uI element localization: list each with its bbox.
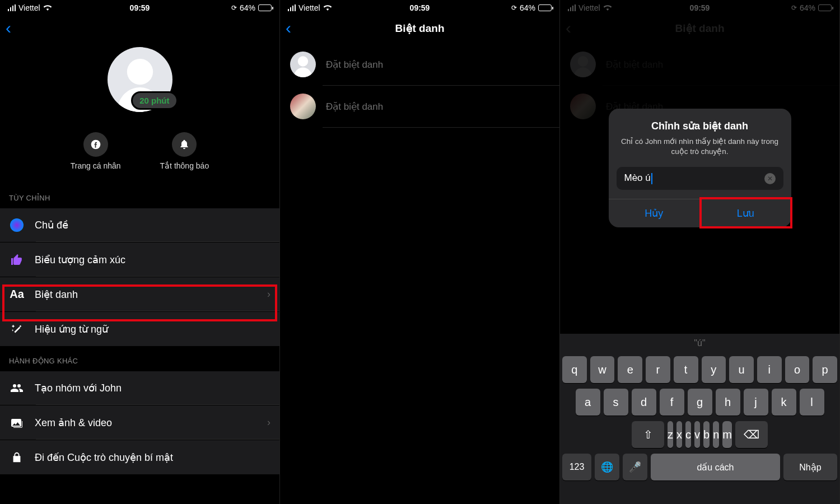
people-icon [9,381,25,395]
nickname-row[interactable]: Đặt biệt danh [560,44,839,85]
battery-pct: 64% [800,3,815,12]
wand-icon [9,323,25,335]
key-w[interactable]: w [590,356,615,383]
key-d[interactable]: d [632,389,656,416]
signal-icon [8,4,16,11]
battery-icon [538,4,552,11]
mute-action[interactable]: Tắt thông báo [160,132,209,170]
key-b[interactable]: b [703,421,710,448]
nickname-input[interactable]: Mèo ú [617,167,783,190]
clock: 09:59 [690,3,710,12]
keyboard-row-3: ⇧ zxcvbnm ⌫ [562,421,837,448]
key-p[interactable]: p [813,356,837,383]
key-m[interactable]: m [722,421,732,448]
row-create-group-label: Tạo nhóm với John [35,382,270,394]
nickname-row[interactable]: Đặt biệt danh [280,44,559,85]
avatar-photo [290,94,316,119]
dialog-subtitle: Chỉ có John mới nhìn thấy biệt danh này … [619,137,781,157]
carrier-label: Viettel [18,3,40,12]
space-key[interactable]: dấu cách [651,454,780,480]
keyboard-suggestion[interactable]: "ú" [562,337,837,351]
key-n[interactable]: n [713,421,719,448]
back-button[interactable]: ‹ [280,20,297,36]
back-button[interactable]: ‹ [560,20,577,36]
backspace-key[interactable]: ⌫ [735,421,768,448]
key-t[interactable]: t [674,356,698,383]
row-emoji-label: Biểu tượng cảm xúc [35,254,270,266]
avatar-photo [570,94,596,119]
battery-icon [818,4,832,11]
section-more-header: HÀNH ĐỘNG KHÁC [0,347,279,371]
profile-action[interactable]: Trang cá nhân [71,132,121,170]
save-button[interactable]: Lưu [700,199,791,227]
globe-key[interactable]: 🌐 [595,454,619,480]
enter-key[interactable]: Nhập [783,454,837,480]
rotation-lock-icon: ⟳ [791,4,797,12]
nickname-input-value: Mèo ú [624,172,651,183]
ios-keyboard[interactable]: "ú" qwertyuiop asdfghjkl ⇧ zxcvbnm ⌫ 123… [560,334,839,504]
nav-bar: ‹ Biệt danh [560,16,839,40]
section-customize-header: TÙY CHỈNH [0,184,279,208]
status-bar: Viettel 09:59 ⟳ 64% [280,0,559,16]
nickname-row[interactable]: Đặt biệt danh [280,86,559,127]
key-v[interactable]: v [694,421,700,448]
key-a[interactable]: a [576,389,600,416]
key-h[interactable]: h [716,389,740,416]
key-s[interactable]: s [604,389,628,416]
aa-icon: Aa [9,288,25,301]
svg-point-1 [298,56,308,66]
page-title: Biệt danh [675,22,725,35]
key-e[interactable]: e [618,356,642,383]
row-view-media-label: Xem ảnh & video [35,417,257,429]
back-button[interactable]: ‹ [0,20,17,36]
shift-key[interactable]: ⇧ [632,421,664,448]
facebook-icon [83,132,108,157]
key-u[interactable]: u [729,356,754,383]
key-c[interactable]: c [685,421,691,448]
key-k[interactable]: k [772,389,796,416]
row-word-effects[interactable]: Hiệu ứng từ ngữ [0,312,279,347]
row-nickname[interactable]: Aa Biệt danh › [0,277,279,312]
key-l[interactable]: l [800,389,824,416]
rotation-lock-icon: ⟳ [231,4,237,12]
svg-point-2 [578,56,588,66]
row-create-group[interactable]: Tạo nhóm với John [0,371,279,405]
chevron-right-icon: › [267,417,270,428]
rotation-lock-icon: ⟳ [511,4,517,12]
wifi-icon [323,3,332,12]
bell-icon [172,132,197,157]
key-y[interactable]: y [702,356,726,383]
status-bar: Viettel 09:59 ⟳ 64% [560,0,839,16]
key-q[interactable]: q [562,356,587,383]
nickname-placeholder: Đặt biệt danh [606,59,663,71]
key-g[interactable]: g [688,389,712,416]
key-j[interactable]: j [744,389,768,416]
row-view-media[interactable]: Xem ảnh & video › [0,405,279,440]
row-secret-label: Đi đến Cuộc trò chuyện bí mật [35,451,270,464]
key-x[interactable]: x [676,421,682,448]
row-secret-conversation[interactable]: Đi đến Cuộc trò chuyện bí mật [0,440,279,475]
mic-key[interactable]: 🎤 [623,454,647,480]
row-theme-label: Chủ đề [35,219,270,231]
screen-edit-nickname: Viettel 09:59 ⟳ 64% ‹ Biệt danh Đặt biệt… [560,0,840,504]
avatar-icon [570,52,596,77]
row-emoji[interactable]: Biểu tượng cảm xúc [0,242,279,277]
key-f[interactable]: f [660,389,684,416]
edit-nickname-dialog: Chỉnh sửa biệt danh Chỉ có John mới nhìn… [609,109,791,227]
keyboard-row-1: qwertyuiop [562,356,837,383]
nickname-list: Đặt biệt danh Đặt biệt danh [280,40,559,128]
nickname-placeholder: Đặt biệt danh [326,59,383,71]
more-actions-list: Tạo nhóm với John Xem ảnh & video › Đi đ… [0,371,279,475]
nav-bar: ‹ [0,16,279,40]
row-theme[interactable]: Chủ đề [0,208,279,242]
chevron-right-icon: › [267,288,270,300]
numbers-key[interactable]: 123 [562,454,591,480]
key-i[interactable]: i [757,356,782,383]
key-r[interactable]: r [646,356,670,383]
cancel-button[interactable]: Hủy [609,199,701,227]
theme-icon [9,218,25,232]
key-o[interactable]: o [785,356,810,383]
key-z[interactable]: z [668,421,673,448]
status-bar: Viettel 09:59 ⟳ 64% [0,0,279,16]
clear-input-icon[interactable]: ✕ [764,173,776,184]
